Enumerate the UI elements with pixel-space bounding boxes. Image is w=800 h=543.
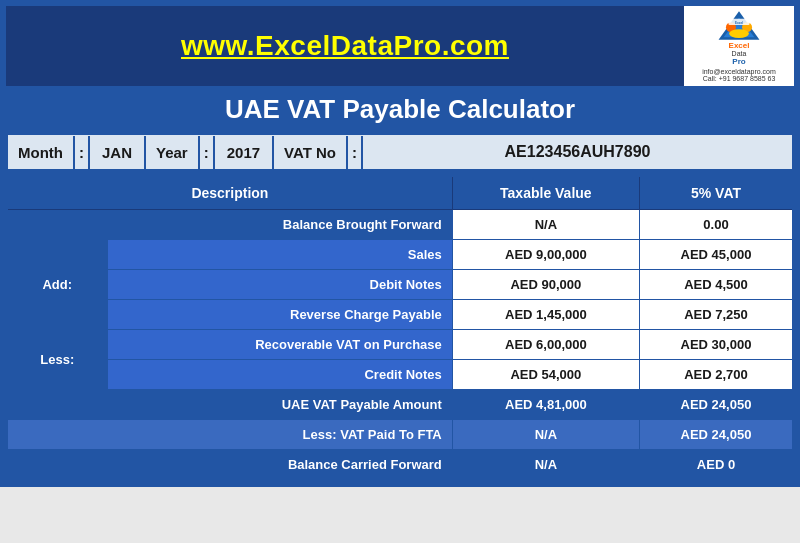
year-value[interactable]: 2017 (215, 136, 274, 169)
balance-carried-forward-label: Balance Carried Forward (7, 450, 452, 481)
less-credit-notes-row: Credit Notes AED 54,000 AED 2,700 (7, 360, 793, 390)
balance-carried-taxable: N/A (452, 450, 639, 481)
debit-notes-vat: AED 4,500 (639, 270, 793, 300)
reverse-charge-label: Reverse Charge Payable (107, 300, 452, 330)
year-colon: : (200, 136, 215, 169)
less-label: Less: (7, 330, 107, 390)
sales-taxable: AED 9,00,000 (452, 240, 639, 270)
logo-call: Call: +91 9687 8585 63 (702, 75, 776, 82)
year-label: Year (146, 136, 200, 169)
month-value[interactable]: JAN (90, 136, 146, 169)
col-description-header: Description (7, 176, 452, 210)
col-vat-header: 5% VAT (639, 176, 793, 210)
logo-brand: Excel Data Pro (702, 41, 776, 66)
vatno-value[interactable]: AE123456AUH7890 (363, 135, 792, 169)
recoverable-vat-label: Recoverable VAT on Purchase (107, 330, 452, 360)
month-label: Month (8, 136, 75, 169)
reverse-charge-taxable: AED 1,45,000 (452, 300, 639, 330)
vat-payable-amount-row: UAE VAT Payable Amount AED 4,81,000 AED … (7, 390, 793, 420)
balance-brought-forward-label: Balance Brought Forward (7, 210, 452, 240)
balance-brought-forward-row: Balance Brought Forward N/A 0.00 (7, 210, 793, 240)
vat-payable-vat: AED 24,050 (639, 390, 793, 420)
svg-point-4 (729, 29, 749, 38)
less-recoverable-row: Less: Recoverable VAT on Purchase AED 6,… (7, 330, 793, 360)
logo-email: info@exceldatapro.com (702, 68, 776, 75)
main-table: Description Taxable Value 5% VAT Balance… (6, 175, 794, 481)
vatno-colon: : (348, 136, 363, 169)
balance-brought-vat: 0.00 (639, 210, 793, 240)
header-bar: www.ExcelDataPro.com Excel Excel Da (6, 6, 794, 86)
debit-notes-taxable: AED 90,000 (452, 270, 639, 300)
vatno-label: VAT No (274, 136, 348, 169)
sales-label: Sales (107, 240, 452, 270)
site-url[interactable]: www.ExcelDataPro.com (10, 30, 680, 62)
credit-notes-taxable: AED 54,000 (452, 360, 639, 390)
vat-paid-fta-row: Less: VAT Paid To FTA N/A AED 24,050 (7, 420, 793, 450)
vat-paid-fta-label: Less: VAT Paid To FTA (7, 420, 452, 450)
vat-payable-taxable: AED 4,81,000 (452, 390, 639, 420)
reverse-charge-vat: AED 7,250 (639, 300, 793, 330)
logo-icon: Excel (704, 10, 774, 41)
header-title-block: www.ExcelDataPro.com (6, 20, 684, 72)
add-sales-row: Add: Sales AED 9,00,000 AED 45,000 (7, 240, 793, 270)
balance-brought-taxable: N/A (452, 210, 639, 240)
svg-text:Excel: Excel (735, 21, 743, 25)
credit-notes-vat: AED 2,700 (639, 360, 793, 390)
add-debit-notes-row: Debit Notes AED 90,000 AED 4,500 (7, 270, 793, 300)
credit-notes-label: Credit Notes (107, 360, 452, 390)
vat-paid-fta-taxable: N/A (452, 420, 639, 450)
page-title: UAE VAT Payable Calculator (14, 94, 786, 125)
sales-vat: AED 45,000 (639, 240, 793, 270)
logo-text-block: Excel Data Pro info@exceldatapro.com Cal… (702, 41, 776, 82)
subtitle-row: UAE VAT Payable Calculator (6, 90, 794, 129)
balance-carried-vat: AED 0 (639, 450, 793, 481)
table-header-row: Description Taxable Value 5% VAT (7, 176, 793, 210)
debit-notes-label: Debit Notes (107, 270, 452, 300)
month-colon: : (75, 136, 90, 169)
meta-row: Month : JAN Year : 2017 VAT No : AE12345… (6, 133, 794, 171)
add-label: Add: (7, 240, 107, 330)
col-taxable-header: Taxable Value (452, 176, 639, 210)
recoverable-vat-taxable: AED 6,00,000 (452, 330, 639, 360)
vat-payable-amount-label: UAE VAT Payable Amount (7, 390, 452, 420)
add-reverse-charge-row: Reverse Charge Payable AED 1,45,000 AED … (7, 300, 793, 330)
logo-block: Excel Excel Data Pro info@exceldatapro.c… (684, 6, 794, 86)
recoverable-vat-vat: AED 30,000 (639, 330, 793, 360)
vat-paid-fta-vat: AED 24,050 (639, 420, 793, 450)
balance-carried-forward-row: Balance Carried Forward N/A AED 0 (7, 450, 793, 481)
